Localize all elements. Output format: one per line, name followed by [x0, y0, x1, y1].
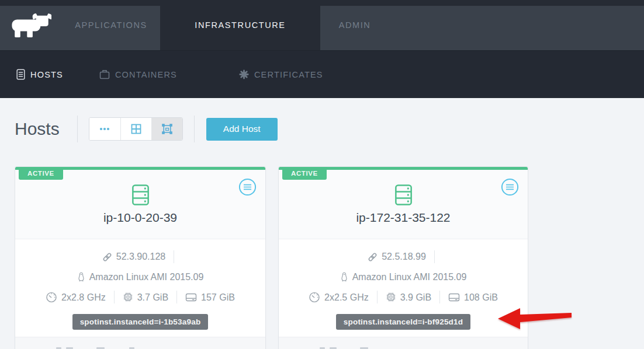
- tab-applications-label: APPLICATIONS: [75, 20, 147, 30]
- linux-penguin-icon: [340, 271, 348, 282]
- certificates-icon: [239, 69, 249, 79]
- host-os-row: Amazon Linux AMI 2015.09: [279, 267, 528, 287]
- subnav-item-certificates[interactable]: CERTIFICATES: [239, 69, 323, 79]
- host-label-badge: spotinst.instanceId=i-bf925d1d: [336, 314, 470, 330]
- host-os-row: Amazon Linux AMI 2015.09: [15, 267, 265, 287]
- clipped-section: [15, 337, 265, 349]
- host-ip-row: 52.5.18.99: [279, 246, 528, 267]
- divider: [77, 116, 78, 142]
- host-card-details: 52.3.90.128 Amazon Linux AMI 2015.09: [15, 239, 265, 337]
- host-label-badge: spotinst.instanceId=i-1b53a9ab: [72, 314, 209, 330]
- host-os: Amazon Linux AMI 2015.09: [89, 271, 204, 282]
- clipped-section: [279, 337, 528, 349]
- menu-circle-icon: [501, 178, 519, 196]
- subnav-item-containers[interactable]: CONTAINERS: [99, 69, 177, 79]
- link-icon: [102, 252, 112, 262]
- host-storage: 157 GiB: [201, 292, 235, 303]
- add-host-button[interactable]: Add Host: [206, 118, 278, 141]
- hosts-icon: [16, 69, 25, 80]
- divider: [194, 116, 195, 142]
- host-ip: 52.5.18.99: [382, 251, 426, 262]
- host-os: Amazon Linux AMI 2015.09: [352, 271, 467, 282]
- cpu-speed-gauge-icon: [46, 291, 57, 303]
- page-header: Hosts: [0, 98, 644, 142]
- subnav-certificates-label: CERTIFICATES: [254, 70, 323, 79]
- tab-admin-label: ADMIN: [339, 20, 371, 30]
- divider: [174, 250, 174, 263]
- host-name[interactable]: ip-172-31-35-122: [279, 211, 528, 225]
- subnav-hosts-label: HOSTS: [30, 70, 63, 79]
- rancher-bull-icon: [11, 12, 51, 39]
- memory-chip-icon: [386, 292, 396, 302]
- host-memory: 3.7 GiB: [137, 292, 168, 303]
- subnav-item-hosts[interactable]: HOSTS: [16, 69, 63, 80]
- containers-icon: [99, 69, 110, 79]
- tab-infrastructure-label: INFRASTRUCTURE: [195, 20, 285, 30]
- host-cpu: 2x2.8 GHz: [61, 292, 106, 303]
- host-name[interactable]: ip-10-0-20-39: [15, 211, 265, 225]
- list-view-button[interactable]: [89, 118, 120, 140]
- machine-icon: [161, 123, 173, 135]
- host-cards: ACTIVE ip-10-0-20-39: [15, 166, 644, 349]
- host-cpu: 2x2.5 GHz: [324, 292, 369, 303]
- memory-chip-icon: [123, 292, 133, 302]
- tab-applications[interactable]: APPLICATIONS: [62, 0, 160, 50]
- host-menu-button[interactable]: [501, 178, 519, 196]
- disk-drive-icon: [185, 292, 197, 302]
- host-resources-row: 2x2.5 GHz 3.9 GiB: [279, 287, 528, 308]
- linux-penguin-icon: [77, 271, 85, 282]
- host-storage: 108 GiB: [464, 292, 498, 303]
- divider: [176, 291, 177, 303]
- host-card: ACTIVE ip-10-0-20-39: [15, 166, 266, 349]
- divider: [439, 291, 440, 303]
- host-card-details: 52.5.18.99 Amazon Linux AMI 2015.09: [279, 239, 528, 337]
- host-server-icon: [392, 183, 415, 207]
- disk-drive-icon: [448, 292, 460, 302]
- host-resources-row: 2x2.8 GHz 3.7 GiB: [15, 287, 265, 308]
- tab-admin[interactable]: ADMIN: [320, 0, 389, 50]
- cpu-speed-gauge-icon: [309, 291, 320, 303]
- subnav-containers-label: CONTAINERS: [115, 70, 177, 79]
- rancher-app: APPLICATIONS INFRASTRUCTURE ADMIN HOSTS …: [0, 0, 644, 349]
- menu-circle-icon: [238, 178, 257, 196]
- divider: [377, 291, 378, 303]
- host-card-header: ip-10-0-20-39: [15, 170, 265, 239]
- ellipsis-icon: [99, 123, 110, 135]
- view-toggle-group: [89, 117, 183, 141]
- page-title: Hosts: [15, 119, 60, 139]
- host-memory: 3.9 GiB: [400, 292, 431, 303]
- top-nav: APPLICATIONS INFRASTRUCTURE ADMIN: [0, 0, 644, 50]
- tab-infrastructure[interactable]: INFRASTRUCTURE: [160, 0, 320, 50]
- machine-view-button[interactable]: [151, 118, 182, 140]
- rancher-logo[interactable]: [0, 0, 62, 50]
- divider: [114, 291, 115, 303]
- grid-view-button[interactable]: [120, 118, 151, 140]
- hosts-page: Hosts: [0, 98, 644, 349]
- divider: [434, 250, 435, 263]
- host-menu-button[interactable]: [238, 178, 257, 196]
- link-icon: [368, 252, 378, 262]
- host-card-header: ip-172-31-35-122: [279, 170, 528, 239]
- infrastructure-subnav: HOSTS CONTAINERS: [0, 50, 644, 98]
- host-ip-row: 52.3.90.128: [15, 246, 265, 267]
- grid-icon: [130, 123, 142, 135]
- host-server-icon: [129, 183, 152, 207]
- host-ip: 52.3.90.128: [116, 251, 166, 262]
- host-card: ACTIVE ip-172-31-35-122: [278, 166, 528, 349]
